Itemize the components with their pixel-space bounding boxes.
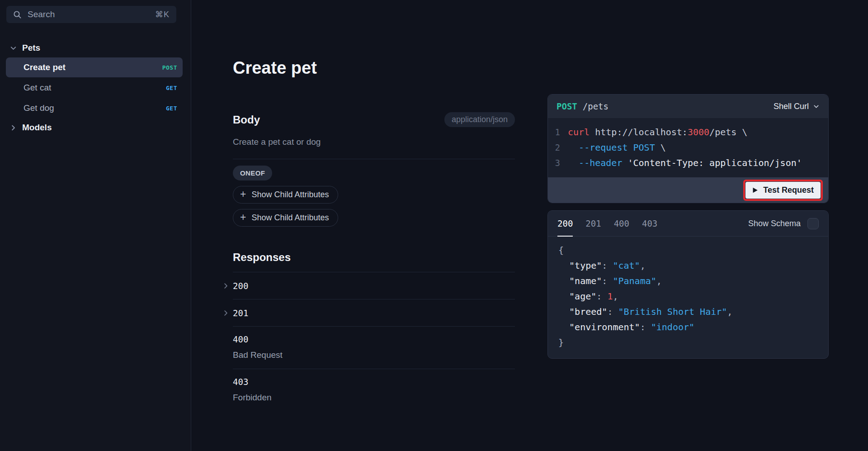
main-content: Create pet Body application/json Create … <box>191 0 868 451</box>
request-card-header: POST /pets Shell Curl <box>548 95 828 118</box>
search-placeholder: Search <box>28 9 55 19</box>
curl-code-block: 1 curl http://localhost:3000/pets \ 2 --… <box>548 118 828 177</box>
json-line: "age": 1, <box>558 289 818 304</box>
code-token: --request <box>579 140 627 155</box>
response-status-code: 403 <box>233 377 515 387</box>
sidebar-item-label: Get dog <box>24 103 54 113</box>
code-token: --header <box>579 155 622 171</box>
chevron-down-icon <box>813 103 820 110</box>
code-line: 1 curl http://localhost:3000/pets \ <box>548 124 828 140</box>
example-column: POST /pets Shell Curl 1 curl <box>547 94 829 359</box>
language-selector-dropdown[interactable]: Shell Curl <box>774 102 820 111</box>
response-row-400: 400 Bad Request <box>233 327 515 369</box>
tab-201[interactable]: 201 <box>585 211 601 236</box>
request-example-card: POST /pets Shell Curl 1 curl <box>547 94 829 203</box>
response-description: Forbidden <box>233 393 515 403</box>
response-status-tabs: 200 201 400 403 <box>557 211 657 236</box>
json-line: "environment": "indoor" <box>558 319 818 335</box>
page-title: Create pet <box>233 58 515 78</box>
language-selector-label: Shell Curl <box>774 102 809 111</box>
code-line: 3 --header 'Content-Type: application/js… <box>548 155 828 171</box>
json-line: } <box>558 335 818 350</box>
sidebar-section-label: Pets <box>22 43 40 53</box>
code-token: /pets \ <box>709 124 747 140</box>
code-token: "breed" <box>558 306 607 317</box>
show-child-attributes-button[interactable]: + Show Child Attributes <box>233 209 338 227</box>
sidebar-item-get-dog[interactable]: Get dog GET <box>6 98 183 118</box>
show-schema-label: Show Schema <box>748 219 801 228</box>
code-token: "British Short Hair" <box>618 306 727 317</box>
response-row-200[interactable]: 200 <box>233 272 515 299</box>
code-token: : <box>602 275 613 286</box>
body-section-header: Body application/json <box>233 112 515 127</box>
line-number: 3 <box>548 155 568 171</box>
sidebar-item-label: Create pet <box>24 62 66 72</box>
divider <box>233 159 515 159</box>
sidebar: Search ⌘K Pets Create pet POST Get cat G… <box>0 0 191 451</box>
code-token: 'Content-Type: application/json' <box>627 155 802 171</box>
json-line: { <box>558 242 818 258</box>
operation-column: Create pet Body application/json Create … <box>233 58 515 411</box>
code-token: "name" <box>558 275 602 286</box>
test-request-button[interactable]: Test Request <box>745 182 821 199</box>
code-token: 3000 <box>688 124 709 140</box>
sidebar-item-create-pet[interactable]: Create pet POST <box>6 57 183 77</box>
sidebar-item-label: Get cat <box>24 83 51 93</box>
code-token: : <box>607 306 618 317</box>
method-badge-post: POST <box>162 64 177 71</box>
sidebar-nav: Pets Create pet POST Get cat GET Get dog… <box>0 39 191 137</box>
tab-400[interactable]: 400 <box>614 211 629 236</box>
sidebar-item-get-cat[interactable]: Get cat GET <box>6 78 183 98</box>
response-row-201[interactable]: 201 <box>233 299 515 327</box>
code-line: 2 --request POST \ <box>548 140 828 155</box>
response-example-card: 200 201 400 403 Show Schema { "type": "c… <box>547 210 829 359</box>
highlight-annotation: Test Request <box>743 180 823 201</box>
code-token: { <box>558 245 564 256</box>
response-description: Bad Request <box>233 350 515 360</box>
code-token: POST <box>633 140 655 155</box>
code-token: http://localhost: <box>590 124 688 140</box>
method-badge-get: GET <box>166 105 177 112</box>
json-line: "type": "cat", <box>558 258 818 273</box>
show-child-attributes-button[interactable]: + Show Child Attributes <box>233 186 338 204</box>
response-status-code: 400 <box>233 334 515 344</box>
request-card-footer: Test Request <box>548 177 828 203</box>
tab-200[interactable]: 200 <box>557 211 573 236</box>
code-token <box>568 155 579 171</box>
show-child-attributes-label: Show Child Attributes <box>251 190 329 199</box>
line-number: 2 <box>548 140 568 155</box>
show-schema-checkbox[interactable] <box>807 218 819 229</box>
code-token: , <box>727 306 732 317</box>
show-schema-toggle: Show Schema <box>748 218 819 229</box>
content-type-badge: application/json <box>444 112 515 127</box>
code-token <box>627 140 633 155</box>
request-method: POST <box>557 101 577 111</box>
response-card-header: 200 201 400 403 Show Schema <box>548 211 828 237</box>
oneof-badge: ONEOF <box>233 166 272 180</box>
plus-icon: + <box>240 212 246 223</box>
code-token: } <box>558 337 564 348</box>
body-heading: Body <box>233 114 260 126</box>
show-child-attributes-label: Show Child Attributes <box>251 213 329 223</box>
json-line: "breed": "British Short Hair", <box>558 304 818 319</box>
code-token: : <box>640 322 651 332</box>
response-json-block: { "type": "cat", "name": "Panama", "age"… <box>548 237 828 358</box>
code-token: "indoor" <box>651 322 694 332</box>
response-status-code: 200 <box>233 281 248 291</box>
test-request-label: Test Request <box>763 185 814 195</box>
code-token: : <box>596 291 607 302</box>
code-token: "type" <box>558 260 602 271</box>
code-token <box>622 155 627 171</box>
tab-403[interactable]: 403 <box>642 211 657 236</box>
response-status-code: 201 <box>233 308 248 318</box>
responses-heading: Responses <box>233 251 515 264</box>
code-token: "environment" <box>558 322 640 332</box>
search-input[interactable]: Search ⌘K <box>6 6 176 23</box>
code-token: \ <box>655 140 666 155</box>
code-token: 1 <box>607 291 613 302</box>
code-token: , <box>613 291 618 302</box>
sidebar-section-pets[interactable]: Pets <box>0 39 191 57</box>
code-token: , <box>640 260 646 271</box>
sidebar-section-models[interactable]: Models <box>0 119 191 137</box>
play-icon <box>752 187 758 194</box>
